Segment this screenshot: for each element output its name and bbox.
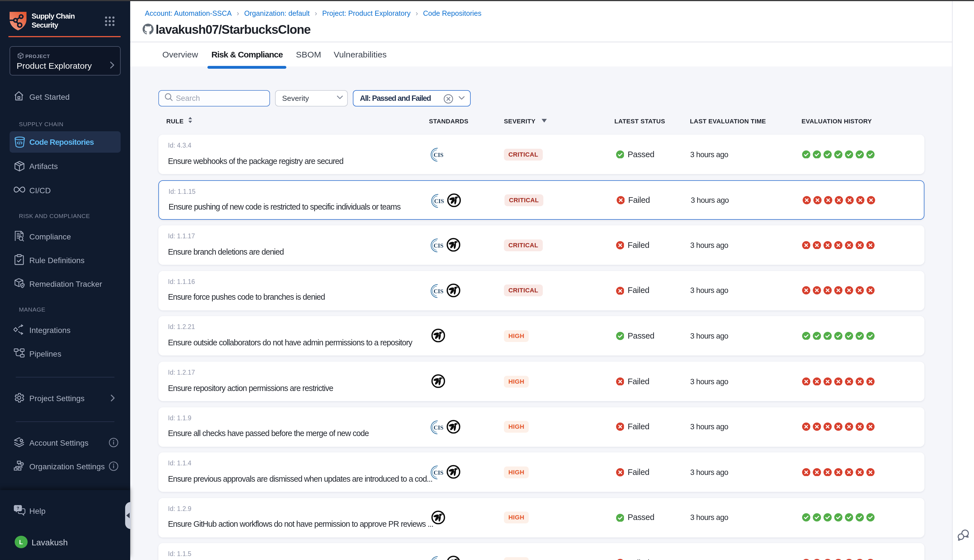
svg-text:CIS: CIS [434, 242, 443, 249]
svg-text:CIS: CIS [434, 152, 443, 158]
svg-text:CIS: CIS [434, 197, 444, 204]
svg-text:CIS: CIS [434, 469, 443, 476]
svg-text:?: ? [17, 506, 19, 510]
svg-text:CIS: CIS [434, 288, 443, 295]
svg-text:CIS: CIS [434, 424, 443, 431]
